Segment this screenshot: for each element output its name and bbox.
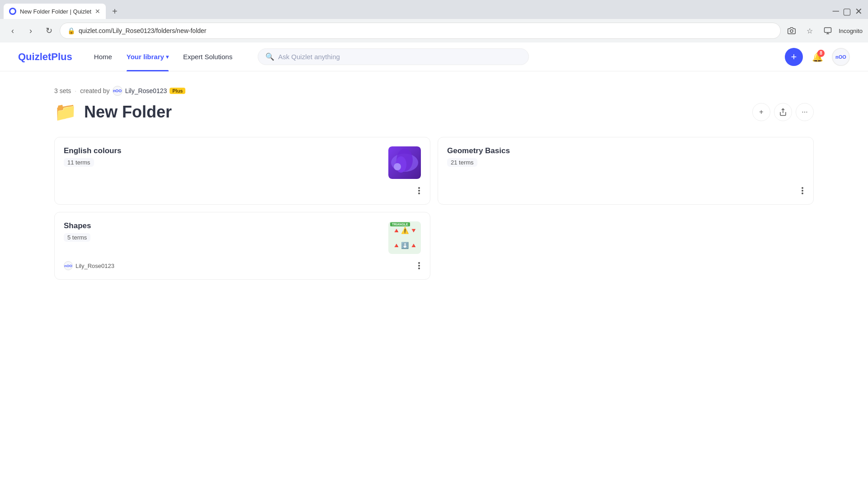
svg-point-7 bbox=[394, 163, 401, 170]
share-folder-button[interactable] bbox=[774, 103, 792, 121]
nav-expert-solutions[interactable]: Expert Solutions bbox=[176, 42, 240, 71]
tab-title: New Folder Folder | Quizlet bbox=[20, 8, 91, 15]
folder-actions: + ··· bbox=[752, 103, 814, 121]
add-set-to-folder-button[interactable]: + bbox=[752, 103, 770, 121]
more-folder-options-button[interactable]: ··· bbox=[796, 103, 814, 121]
set-card-thumbnail bbox=[388, 146, 421, 179]
logo[interactable]: QuizletPlus bbox=[18, 51, 72, 63]
main-nav: Home Your library ▾ Expert Solutions bbox=[87, 42, 240, 71]
set-card-english-colours[interactable]: English colours 11 terms bbox=[54, 137, 430, 205]
tab-favicon bbox=[9, 8, 16, 15]
new-tab-button[interactable]: + bbox=[108, 5, 121, 19]
notification-badge: 8 bbox=[817, 50, 825, 57]
notifications-button[interactable]: 🔔 8 bbox=[808, 48, 826, 66]
creator-avatar: nOO bbox=[113, 86, 123, 96]
set-card-title: English colours bbox=[64, 146, 381, 155]
tab-close-button[interactable]: ✕ bbox=[95, 8, 100, 15]
set-card-title: Shapes bbox=[64, 221, 381, 230]
folder-name: New Folder bbox=[84, 103, 172, 122]
creator-name-label: Lily_Rose0123 bbox=[75, 263, 114, 269]
window-maximize-button[interactable]: ▢ bbox=[843, 6, 851, 17]
window-close-button[interactable]: ✕ bbox=[855, 6, 863, 17]
svg-rect-2 bbox=[825, 28, 831, 33]
svg-point-0 bbox=[10, 9, 15, 14]
folder-meta: 3 sets · created by nOO Lily_Rose0123 Pl… bbox=[54, 86, 814, 96]
main-content: 3 sets · created by nOO Lily_Rose0123 Pl… bbox=[0, 71, 868, 294]
set-card-thumbnail: TRIANGLE 🔺 ⚠️ 🔻 🔺 ⬇️ 🔺 bbox=[388, 221, 421, 254]
window-minimize-button[interactable]: ─ bbox=[833, 6, 839, 17]
folder-icon: 📁 bbox=[54, 101, 77, 122]
creator-name: Lily_Rose0123 bbox=[125, 87, 167, 94]
plus-badge: Plus bbox=[170, 88, 185, 94]
set-card-terms: 21 terms bbox=[447, 158, 477, 167]
set-card-title: Geometry Basics bbox=[447, 146, 804, 155]
address-bar[interactable]: 🔒 quizlet.com/Lily_Rose0123/folders/new-… bbox=[60, 23, 781, 39]
creator-avatar-small: nOO bbox=[64, 261, 73, 270]
chevron-down-icon: ▾ bbox=[166, 54, 169, 60]
svg-point-1 bbox=[790, 30, 793, 33]
browser-back-button[interactable]: ‹ bbox=[5, 23, 20, 38]
sets-count: 3 sets bbox=[54, 87, 71, 94]
avatar[interactable]: nOO bbox=[832, 48, 850, 66]
nav-your-library[interactable]: Your library ▾ bbox=[119, 42, 176, 71]
cards-grid: English colours 11 terms bbox=[54, 137, 814, 280]
set-card-terms: 11 terms bbox=[64, 158, 94, 167]
search-bar[interactable]: 🔍 Ask Quizlet anything bbox=[258, 48, 529, 65]
add-button[interactable]: + bbox=[785, 48, 803, 66]
set-card-more-button[interactable] bbox=[417, 261, 421, 270]
created-by-label: created by bbox=[80, 87, 109, 94]
header-right: + 🔔 8 nOO bbox=[785, 48, 850, 66]
profile-icon-button[interactable] bbox=[821, 23, 835, 38]
set-card-shapes[interactable]: Shapes 5 terms TRIANGLE 🔺 ⚠️ 🔻 🔺 ⬇️ 🔺 bbox=[54, 212, 430, 280]
set-card-more-button[interactable] bbox=[801, 186, 804, 195]
set-card-more-button[interactable] bbox=[417, 186, 421, 195]
folder-title-left: 📁 New Folder bbox=[54, 101, 172, 122]
camera-icon-button[interactable] bbox=[784, 23, 799, 38]
bookmark-icon-button[interactable]: ☆ bbox=[802, 23, 817, 38]
search-icon: 🔍 bbox=[265, 52, 274, 61]
folder-title-row: 📁 New Folder + ··· bbox=[54, 101, 814, 122]
url-text: quizlet.com/Lily_Rose0123/folders/new-fo… bbox=[79, 27, 206, 34]
set-card-terms: 5 terms bbox=[64, 233, 90, 242]
profile-label[interactable]: Incognito bbox=[839, 28, 863, 34]
lock-icon: 🔒 bbox=[67, 27, 75, 34]
browser-reload-button[interactable]: ↻ bbox=[42, 23, 56, 38]
app-header: QuizletPlus Home Your library ▾ Expert S… bbox=[0, 42, 868, 71]
set-card-geometry-basics[interactable]: Geometry Basics 21 terms bbox=[438, 137, 814, 205]
created-by: created by nOO Lily_Rose0123 Plus bbox=[80, 86, 185, 96]
search-placeholder: Ask Quizlet anything bbox=[278, 53, 340, 61]
browser-forward-button[interactable]: › bbox=[24, 23, 38, 38]
set-card-creator: nOO Lily_Rose0123 bbox=[64, 261, 114, 270]
nav-home[interactable]: Home bbox=[87, 42, 119, 71]
